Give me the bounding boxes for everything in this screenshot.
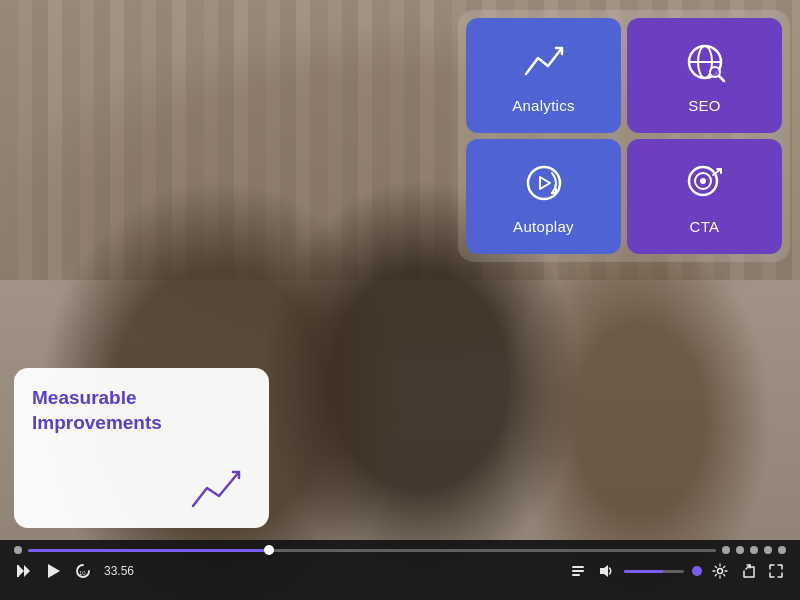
- chapter-dot-5[interactable]: [764, 546, 772, 554]
- rewind-start-button[interactable]: [14, 561, 34, 581]
- svg-marker-12: [24, 565, 30, 577]
- svg-marker-13: [48, 564, 60, 578]
- improvement-card: Measurable Improvements: [14, 368, 269, 528]
- cta-icon: [680, 158, 730, 208]
- svg-rect-11: [17, 565, 19, 577]
- progress-row: [14, 546, 786, 554]
- chapter-dot-6[interactable]: [778, 546, 786, 554]
- feature-card-autoplay[interactable]: Autoplay: [466, 139, 621, 254]
- seo-icon: [680, 37, 730, 87]
- video-player: Analytics SEO: [0, 0, 800, 600]
- cta-label: CTA: [690, 218, 720, 235]
- volume-fill: [624, 570, 663, 573]
- feature-card-analytics[interactable]: Analytics: [466, 18, 621, 133]
- rewind-10-button[interactable]: 10: [72, 560, 94, 582]
- feature-card-cta[interactable]: CTA: [627, 139, 782, 254]
- video-controls: 10 33.56: [0, 540, 800, 600]
- autoplay-label: Autoplay: [513, 218, 574, 235]
- svg-rect-16: [572, 570, 584, 572]
- svg-rect-15: [572, 566, 584, 568]
- svg-text:10: 10: [79, 570, 86, 576]
- share-button[interactable]: [738, 561, 758, 581]
- autoplay-icon: [519, 158, 569, 208]
- quality-indicator: [692, 566, 702, 576]
- feature-card-seo[interactable]: SEO: [627, 18, 782, 133]
- progress-fill: [28, 549, 269, 552]
- chapter-dot-1[interactable]: [14, 546, 22, 554]
- time-display: 33.56: [104, 564, 134, 578]
- analytics-label: Analytics: [512, 97, 575, 114]
- svg-point-8: [700, 178, 706, 184]
- svg-line-4: [719, 76, 724, 81]
- progress-track[interactable]: [28, 549, 716, 552]
- controls-row: 10 33.56: [14, 560, 786, 582]
- chapter-dot-4[interactable]: [750, 546, 758, 554]
- chapter-dot-2[interactable]: [722, 546, 730, 554]
- settings-button[interactable]: [710, 561, 730, 581]
- seo-label: SEO: [688, 97, 721, 114]
- svg-point-19: [718, 569, 723, 574]
- progress-thumb[interactable]: [264, 545, 274, 555]
- improvement-title: Measurable Improvements: [32, 386, 251, 435]
- svg-rect-17: [572, 574, 580, 576]
- volume-bar[interactable]: [624, 570, 684, 573]
- chapters-button[interactable]: [568, 561, 588, 581]
- play-button[interactable]: [42, 560, 64, 582]
- analytics-icon: [519, 37, 569, 87]
- fullscreen-button[interactable]: [766, 561, 786, 581]
- svg-marker-18: [600, 565, 608, 577]
- chapter-dot-3[interactable]: [736, 546, 744, 554]
- feature-grid: Analytics SEO: [458, 10, 790, 262]
- volume-button[interactable]: [596, 561, 616, 581]
- chart-up-icon: [32, 462, 251, 514]
